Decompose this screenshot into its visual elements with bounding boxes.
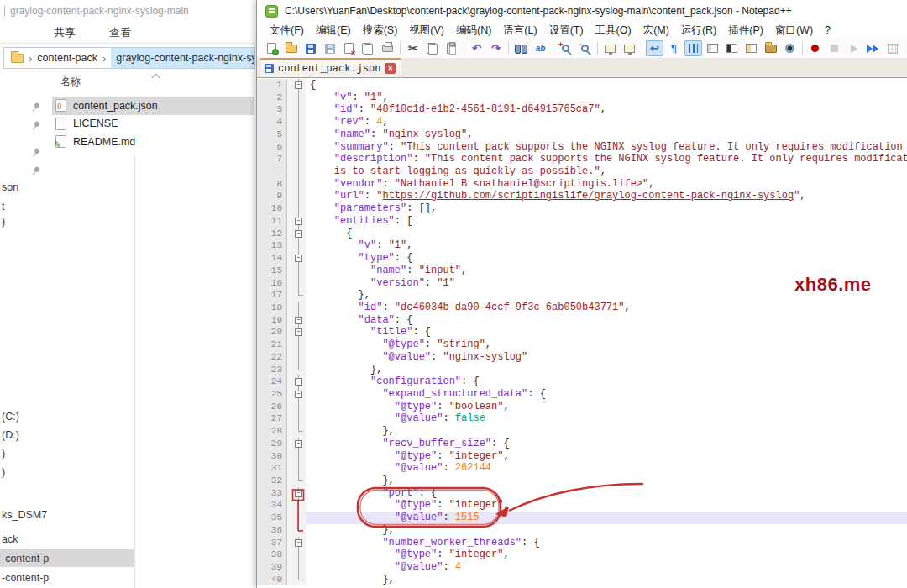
- file-row[interactable]: LICENSE: [52, 115, 254, 134]
- fold-collapse-icon[interactable]: -: [295, 218, 302, 225]
- code-line[interactable]: 23 },: [257, 364, 907, 376]
- code-line[interactable]: 8 "vendor": "Nathaniel B <nathaniel@scri…: [257, 178, 907, 191]
- code-line[interactable]: 40 },: [257, 574, 907, 586]
- code-line[interactable]: 38 "@type": "integer",: [257, 549, 907, 561]
- save-all-button[interactable]: [321, 40, 338, 56]
- fold-margin[interactable]: [291, 462, 306, 475]
- menu-工具O[interactable]: 工具(O): [590, 22, 637, 39]
- sync-vertical-scroll-button[interactable]: [601, 40, 619, 56]
- document-map-button[interactable]: [723, 40, 741, 56]
- menu-搜索S[interactable]: 搜索(S): [357, 22, 404, 39]
- fold-collapse-icon[interactable]: -: [295, 378, 302, 386]
- fold-collapse-icon[interactable]: -: [295, 440, 302, 448]
- fold-collapse-icon[interactable]: -: [295, 317, 302, 324]
- code-line[interactable]: 18 "id": "dc46034b-da90-4ccf-9f3c-6ab050…: [257, 302, 907, 314]
- fold-collapse-icon[interactable]: -: [295, 328, 302, 336]
- menu-编码N[interactable]: 编码(N): [450, 22, 497, 39]
- fold-margin[interactable]: [291, 302, 306, 314]
- tab-content-pack-json[interactable]: content_pack.json ✕: [260, 58, 401, 77]
- nav-tree-item[interactable]: ks_DSM7: [2, 509, 47, 521]
- save-button[interactable]: [301, 40, 319, 56]
- fold-margin[interactable]: [291, 178, 306, 191]
- sync-horizontal-scroll-button[interactable]: [621, 40, 638, 56]
- fold-margin[interactable]: [291, 239, 306, 252]
- code-line[interactable]: 5 "name": "nginx-syslog",: [257, 129, 907, 141]
- name-column-header[interactable]: 名称: [60, 75, 81, 89]
- code-line[interactable]: 21 "@type": "string",: [257, 339, 907, 351]
- tab-close-icon[interactable]: ✕: [385, 63, 396, 74]
- explorer-address-bar[interactable]: ›content-pack›graylog-content-pack-nginx…: [3, 47, 255, 69]
- code-line[interactable]: 36 },: [257, 524, 907, 537]
- fold-margin[interactable]: [291, 475, 306, 487]
- nav-tree-item[interactable]: son: [2, 181, 18, 193]
- code-line[interactable]: 29- "recv_buffer_size": {: [257, 438, 907, 450]
- menu-运行R[interactable]: 运行(R): [675, 22, 722, 39]
- find-button[interactable]: [512, 40, 530, 56]
- fold-margin[interactable]: [291, 277, 306, 290]
- fold-margin[interactable]: [291, 412, 306, 425]
- code-line[interactable]: 37- "number_worker_threads": {: [257, 537, 907, 549]
- code-line[interactable]: 25- "expand_structured_data": {: [257, 388, 907, 401]
- fold-margin[interactable]: [291, 141, 306, 154]
- file-row[interactable]: README.md: [52, 133, 254, 151]
- fold-margin[interactable]: [291, 524, 306, 537]
- fold-margin[interactable]: -: [291, 228, 306, 240]
- new-file-button[interactable]: [263, 40, 280, 56]
- document-list-button[interactable]: [742, 40, 760, 56]
- fold-collapse-icon[interactable]: -: [295, 391, 302, 398]
- paste-button[interactable]: [443, 40, 460, 56]
- code-line[interactable]: 3 "id": "48f10c1d-e1b2-4561-8191-d649157…: [257, 103, 907, 116]
- fold-collapse-icon[interactable]: -: [295, 490, 302, 497]
- code-line[interactable]: 10 "parameters": [],: [257, 202, 907, 215]
- nav-tree-item[interactable]: t: [2, 201, 4, 213]
- menu-设置T[interactable]: 设置(T): [543, 22, 590, 39]
- fold-margin[interactable]: [291, 450, 306, 463]
- fold-margin[interactable]: [291, 351, 306, 364]
- fold-margin[interactable]: [291, 561, 306, 574]
- fold-margin[interactable]: [291, 364, 306, 376]
- fold-margin[interactable]: [291, 499, 306, 512]
- zoom-in-button[interactable]: +: [557, 40, 574, 56]
- fold-collapse-icon[interactable]: -: [295, 230, 302, 238]
- fold-margin[interactable]: [291, 165, 306, 178]
- show-all-characters-button[interactable]: ¶: [665, 40, 683, 56]
- fold-margin[interactable]: -: [291, 388, 306, 401]
- breadcrumb-segment[interactable]: graylog-content-pack-nginx-sy: [111, 48, 254, 68]
- code-line[interactable]: 35 "@value": 1515: [257, 512, 907, 524]
- nav-tree-item[interactable]: (D:): [2, 429, 19, 441]
- copy-button[interactable]: [423, 40, 441, 56]
- code-line[interactable]: 28 },: [257, 425, 907, 438]
- fold-margin[interactable]: [291, 92, 306, 104]
- function-list-button[interactable]: [704, 40, 721, 56]
- cut-button[interactable]: ✂: [404, 40, 422, 56]
- code-line[interactable]: 26 "@type": "boolean",: [257, 401, 907, 413]
- code-line[interactable]: 14- "type": {: [257, 252, 907, 265]
- macro-record-button[interactable]: [806, 40, 824, 56]
- fold-margin[interactable]: [291, 190, 306, 202]
- code-line[interactable]: 7 "description": "This content pack supp…: [257, 153, 907, 165]
- undo-button[interactable]: ↶: [468, 40, 485, 56]
- redo-button[interactable]: ↷: [487, 40, 505, 56]
- sort-ascending-icon[interactable]: [152, 74, 160, 82]
- fold-collapse-icon[interactable]: -: [295, 81, 302, 89]
- nav-tree-item[interactable]: ): [2, 216, 5, 228]
- fold-margin[interactable]: -: [291, 537, 306, 549]
- fold-margin[interactable]: [291, 265, 306, 277]
- fold-margin[interactable]: [291, 574, 306, 586]
- code-line[interactable]: is to start logging as quickly as possib…: [257, 165, 907, 178]
- file-row[interactable]: content_pack.json: [52, 97, 254, 115]
- macro-run-multiple-button[interactable]: [864, 40, 882, 56]
- fold-margin[interactable]: [291, 116, 306, 129]
- code-line[interactable]: 22 "@value": "nginx-syslog": [257, 351, 907, 364]
- code-editor[interactable]: 1-{2 "v": "1",3 "id": "48f10c1d-e1b2-456…: [257, 79, 907, 588]
- code-line[interactable]: 9 "url": "https://github.com/scriptingis…: [257, 190, 907, 202]
- ribbon-tab-共享[interactable]: 共享: [54, 25, 76, 40]
- fold-margin[interactable]: -: [291, 79, 306, 92]
- print-button[interactable]: [379, 40, 396, 56]
- nav-tree-item[interactable]: -content-p: [2, 572, 49, 584]
- code-line[interactable]: 13 "v": "1",: [257, 239, 907, 252]
- fold-margin[interactable]: [291, 549, 306, 561]
- code-line[interactable]: 11- "entities": [: [257, 215, 907, 228]
- fold-margin[interactable]: -: [291, 314, 306, 327]
- fold-margin[interactable]: [291, 425, 306, 438]
